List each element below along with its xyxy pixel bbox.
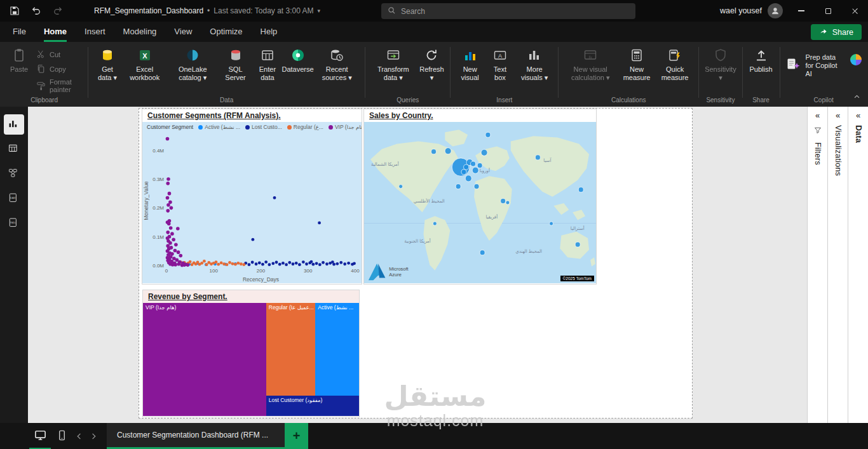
avatar[interactable] [768,3,783,18]
more-visuals-button[interactable]: More visuals ▾ [515,43,554,83]
powerbi-desktop-window: RFM_Segmentation_Dashboard • Last saved:… [0,0,868,449]
excel-workbook-button[interactable]: XExcel workbook [123,43,166,83]
legend-item[interactable]: VIP (هام جدا) [329,124,362,130]
treemap-area[interactable]: VIP (هام جدا)Regular (عميل عا...Active (… [143,303,359,416]
share-button[interactable]: Share [811,24,862,40]
menu-home[interactable]: Home [44,22,67,42]
scatter-legend: Customer Segment Active (نشط ...Lost Cus… [142,122,362,131]
map-area[interactable]: أمريكا الشماليةآسياأوروباالمحيط الأطلسيأ… [364,122,596,283]
menu-help[interactable]: Help [261,22,278,42]
menu-insert[interactable]: Insert [85,22,105,42]
search-input[interactable]: Search [381,3,635,19]
legend-item[interactable]: Regular (ع... [287,124,323,130]
treemap-node-regular[interactable]: Regular (عميل عا... [266,303,316,396]
document-title[interactable]: RFM_Segmentation_Dashboard • Last saved:… [94,6,320,15]
treemap-visual[interactable]: Revenue by Segment. VIP (هام جدا)Regular… [142,290,360,417]
button-label: Get data ▾ [94,65,121,82]
menu-view[interactable]: View [174,22,192,42]
new-visual-button[interactable]: New visual [454,43,485,83]
undo-icon[interactable] [29,4,43,18]
map-bubble [431,149,437,154]
data-pane-collapsed[interactable]: « Data [848,107,868,423]
treemap-node-vip[interactable]: VIP (هام جدا) [143,303,266,416]
add-page-button[interactable]: + [285,423,308,449]
svg-text:Monetary_Value: Monetary_Value [143,181,149,220]
maximize-button[interactable] [815,0,841,22]
text-box-button[interactable]: AText box [485,43,515,83]
map-bubble [433,222,437,225]
report-canvas[interactable]: Customer Segments (RFM Analysis). Custom… [28,107,807,423]
ribbon-separator [698,47,699,98]
legend-item[interactable]: Lost Custo... [245,124,282,130]
next-page-button[interactable] [86,423,100,449]
visualizations-pane-collapsed[interactable]: « Visualizations [827,107,848,423]
expand-pane-icon[interactable]: « [856,111,860,119]
svg-text:TMDL: TMDL [10,222,16,224]
expand-pane-icon[interactable]: « [815,111,820,119]
button-label: Copy [50,65,66,73]
new-measure-button[interactable]: New measure [618,43,655,83]
sidebar-item-model-view[interactable] [4,164,24,184]
svg-text:0.1M: 0.1M [153,234,164,240]
chevron-down-icon[interactable]: ▾ [318,8,321,14]
dataverse-button[interactable]: Dataverse [283,43,313,75]
menu-optimize[interactable]: Optimize [210,22,242,42]
get-data-button[interactable]: Get data ▾ [92,43,123,83]
sql-server-button[interactable]: SQL Server [219,43,252,83]
treemap-node-active[interactable]: Active (نشط ... [315,303,359,396]
save-icon[interactable] [8,4,22,18]
sidebar-item-report-view[interactable] [4,114,24,135]
sidebar-item-table-view[interactable] [4,139,24,159]
minimize-button[interactable] [788,0,815,22]
collapse-ribbon-icon[interactable] [853,91,860,103]
button-label: Transform data ▾ [371,65,415,82]
onelake-catalog-button[interactable]: OneLake catalog ▾ [166,43,219,83]
report-page[interactable]: Customer Segments (RFM Analysis). Custom… [139,108,693,419]
new-visual-icon [463,48,478,63]
recent-sources-button[interactable]: Recent sources ▾ [313,43,361,83]
page-tab[interactable]: Customer Segmentation Dashboard (RFM ... [107,423,285,449]
close-button[interactable] [841,0,868,22]
svg-text:Recency_Days: Recency_Days [243,276,279,283]
ribbon-separator [558,47,559,98]
publish-button[interactable]: Publish [747,43,776,75]
scatter-visual[interactable]: Customer Segments (RFM Analysis). Custom… [142,109,362,285]
menu-modeling[interactable]: Modeling [123,22,157,42]
legend-item[interactable]: Active (نشط ... [198,124,240,130]
copilot-logo-button[interactable] [847,43,864,70]
sensitivity-button: Sensitivity ▾ [703,43,738,83]
map-bubble [480,250,485,255]
map-visual[interactable]: Sales by Country. [363,109,597,285]
account-area[interactable]: wael yousef [720,0,783,22]
ribbon-group-caption: Data [92,95,361,107]
treemap-node-lost-customer[interactable]: Lost Customer (مفقود) [266,396,359,416]
map-label: أستراليا [571,225,585,231]
treemap-node-label: Active (نشط ... [315,303,359,312]
desktop-layout-button[interactable] [29,423,51,449]
sidebar-item-dax-query-view[interactable]: DAX [4,189,24,209]
quick-measure-button[interactable]: Quick measure [655,43,695,83]
user-name: wael yousef [720,6,762,15]
ribbon-group-data: Get data ▾XExcel workbookOneLake catalog… [90,42,363,107]
button-label: Sensitivity ▾ [705,65,736,82]
transform-data-button[interactable]: Transform data ▾ [369,43,417,83]
prep-data-for-copilot-ai-button[interactable]: Prep data for Copilot AI [783,43,847,79]
svg-text:200: 200 [257,268,266,274]
ribbon: PasteCutCopyFormat painterClipboardGet d… [0,42,868,107]
map-label: أفريقيا [485,213,498,220]
refresh-button[interactable]: Refresh ▾ [417,43,446,83]
scatter-title: Customer Segments (RFM Analysis). [142,109,362,122]
report-view-icon [8,118,20,131]
sql-server-icon [228,48,243,63]
expand-pane-icon[interactable]: « [836,111,840,119]
menu-file[interactable]: File [13,22,26,42]
previous-page-button[interactable] [72,423,86,449]
ribbon-separator [742,47,743,98]
tmdl-view-icon: TMDL [8,217,20,230]
scatter-plot[interactable]: 01002003004000.0M0.1M0.2M0.3M0.4MRecency… [142,131,362,283]
mobile-layout-button[interactable] [51,423,72,449]
enter-data-button[interactable]: Enter data [252,43,283,83]
sidebar-item-tmdl-view[interactable]: TMDL [4,213,24,234]
ribbon-separator [780,47,780,98]
filters-pane-collapsed[interactable]: « Filters [807,107,827,423]
